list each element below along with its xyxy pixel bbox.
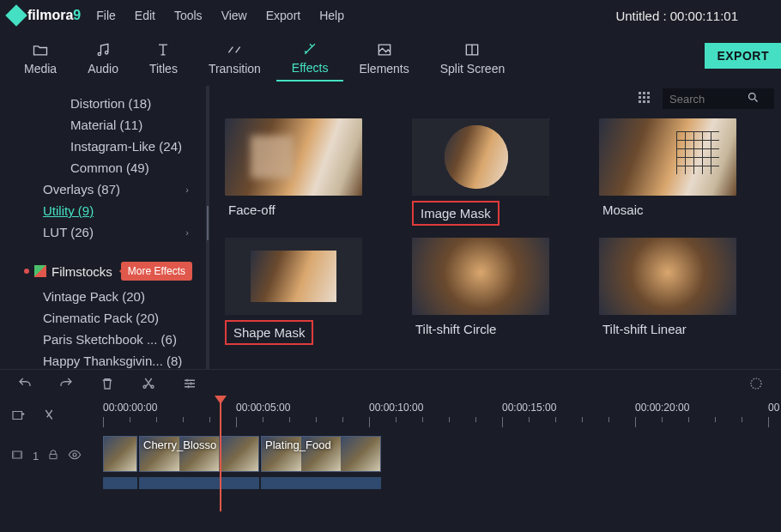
- settings-icon[interactable]: [748, 376, 764, 395]
- effect-shape-mask[interactable]: Shape Mask: [225, 238, 391, 345]
- tab-titles[interactable]: Titles: [134, 36, 193, 81]
- timecode: 00:00:20:00: [635, 402, 689, 414]
- more-effects-badge[interactable]: More Effects: [121, 262, 192, 281]
- timecode: 00: [768, 402, 779, 414]
- sidebar-item-cinematic[interactable]: Cinematic Pack (20): [17, 307, 197, 329]
- audio-track-head: [0, 477, 103, 491]
- tab-media[interactable]: Media: [9, 36, 72, 81]
- clip-label: Cherry_Blosso: [143, 438, 216, 451]
- menu-file[interactable]: File: [96, 9, 116, 22]
- sidebar-item-distortion[interactable]: Distortion (18): [17, 93, 197, 114]
- track-header: 1: [0, 434, 103, 477]
- track-body[interactable]: Cherry_Blosso Plating_Food: [103, 434, 781, 477]
- effect-face-off[interactable]: Face-off: [225, 118, 391, 226]
- timeline-header: 00:00:00:0000:00:05:0000:00:10:0000:00:1…: [0, 400, 781, 434]
- undo-icon[interactable]: [17, 376, 33, 395]
- effect-tilt-shift-linear[interactable]: Tilt-shift Linear: [599, 238, 766, 345]
- redo-icon[interactable]: [58, 376, 74, 395]
- tab-transition[interactable]: Transition: [193, 36, 276, 81]
- sidebar-item-vintage[interactable]: Vintage Pack (20): [17, 286, 197, 307]
- split-icon: [463, 41, 481, 58]
- clip-cherry-blossom[interactable]: Cherry_Blosso: [139, 436, 259, 472]
- app-logo: filmora9: [9, 8, 81, 23]
- timeline-header-left: [0, 408, 103, 426]
- export-button[interactable]: EXPORT: [705, 43, 781, 69]
- text-icon: [154, 41, 172, 58]
- music-icon: [94, 41, 112, 58]
- delete-icon[interactable]: [100, 376, 115, 395]
- video-track: 1 Cherry_Blosso Plating_Food: [0, 434, 781, 477]
- sidebar-item-material[interactable]: Material (11): [17, 114, 197, 136]
- sidebar-item-common[interactable]: Common (49): [17, 157, 197, 178]
- adjust-icon[interactable]: [182, 376, 197, 395]
- thumbnail-label: Mosaic: [599, 201, 647, 219]
- project-title: Untitled : 00:00:11:01: [615, 9, 738, 23]
- tree-label: Overlays (87): [43, 182, 120, 196]
- effect-tilt-shift-circle[interactable]: Tilt-shift Circle: [412, 238, 578, 345]
- logo-text: filmora9: [27, 8, 81, 23]
- sidebar-item-instagram[interactable]: Instagram-Like (24): [17, 136, 197, 157]
- tab-label: Transition: [209, 62, 261, 76]
- audio-clip[interactable]: [139, 477, 259, 489]
- logo-icon: [5, 4, 27, 26]
- tab-effects[interactable]: Effects: [276, 35, 344, 82]
- playhead-line: [220, 400, 221, 511]
- sidebar-item-lut[interactable]: LUT (26)›: [17, 221, 197, 243]
- film-icon: [10, 448, 24, 464]
- clip-plating-food[interactable]: Plating_Food: [261, 436, 381, 472]
- dot-icon: [24, 269, 29, 274]
- clip[interactable]: [103, 436, 137, 472]
- timeline-ruler[interactable]: 00:00:00:0000:00:05:0000:00:10:0000:00:1…: [103, 400, 781, 434]
- thumbnail: [412, 118, 549, 196]
- sidebar-item-thanksgiving[interactable]: Happy Thanksgivin... (8): [17, 350, 197, 369]
- sidebar-item-overlays[interactable]: Overlays (87)›: [17, 178, 197, 200]
- tab-audio[interactable]: Audio: [72, 36, 134, 81]
- thumbnail-label: Image Mask: [412, 201, 499, 226]
- magnet-icon[interactable]: [41, 408, 57, 426]
- tab-split-screen[interactable]: Split Screen: [425, 36, 520, 81]
- timecode: 00:00:10:00: [369, 402, 423, 414]
- svg-point-0: [749, 94, 756, 100]
- menu-tools[interactable]: Tools: [174, 9, 203, 22]
- search-icon[interactable]: [747, 91, 760, 106]
- audio-track: [0, 477, 781, 491]
- audio-track-body[interactable]: [103, 477, 781, 491]
- menu-view[interactable]: View: [221, 9, 247, 22]
- tab-label: Elements: [359, 62, 409, 76]
- sidebar-item-paris[interactable]: Paris Sketchbook ... (6): [17, 329, 197, 350]
- menu-export[interactable]: Export: [266, 9, 300, 22]
- ruler-bg: 00:00:00:0000:00:05:0000:00:10:0000:00:1…: [103, 400, 781, 434]
- cut-icon[interactable]: [141, 376, 156, 395]
- thumbnail-label: Face-off: [225, 201, 279, 219]
- thumbnail-label: Tilt-shift Linear: [599, 320, 690, 338]
- grid-view-icon[interactable]: [639, 92, 652, 106]
- effect-mosaic[interactable]: Mosaic: [599, 118, 766, 226]
- add-track-icon[interactable]: [10, 408, 26, 426]
- eye-icon[interactable]: [68, 448, 82, 464]
- search-box[interactable]: [663, 88, 774, 109]
- thumbnail-label: Tilt-shift Circle: [412, 320, 499, 338]
- thumbnail: [599, 238, 736, 315]
- thumbnail: [225, 238, 362, 315]
- menu-edit[interactable]: Edit: [135, 9, 155, 22]
- sidebar-item-utility[interactable]: Utility (9): [17, 200, 197, 221]
- audio-clip[interactable]: [261, 477, 381, 489]
- transition-icon: [226, 41, 243, 58]
- effect-image-mask[interactable]: Image Mask: [412, 118, 578, 226]
- effects-sidebar: Distortion (18) Material (11) Instagram-…: [0, 86, 206, 369]
- thumbnail: [599, 118, 736, 196]
- tab-elements[interactable]: Elements: [343, 36, 424, 81]
- audio-clip[interactable]: [103, 477, 137, 489]
- elements-icon: [376, 41, 393, 58]
- tab-label: Effects: [292, 61, 329, 75]
- thumbnail-label: Shape Mask: [225, 320, 313, 345]
- menu-help[interactable]: Help: [319, 9, 344, 22]
- folder-icon: [32, 41, 49, 58]
- search-input[interactable]: [669, 93, 747, 106]
- timecode: 00:00:05:00: [236, 402, 290, 414]
- filmstocks-header[interactable]: Filmstocks More Effects: [17, 255, 197, 286]
- svg-point-3: [73, 453, 76, 456]
- lock-icon[interactable]: [47, 449, 59, 463]
- svg-point-1: [751, 378, 761, 389]
- tab-label: Titles: [149, 62, 178, 76]
